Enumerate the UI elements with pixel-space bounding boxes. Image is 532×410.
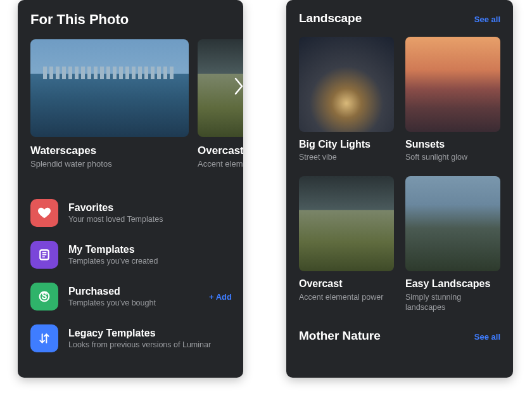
grid-card-title: Easy Landscapes <box>405 278 500 290</box>
menu-item-labels: Purchased Templates you've bought <box>68 286 199 307</box>
menu-item-my-templates[interactable]: My Templates Templates you've created <box>30 241 236 269</box>
see-all-link[interactable]: See all <box>474 332 500 342</box>
menu-item-labels: Favorites Your most loved Templates <box>68 202 236 224</box>
carousel-card[interactable]: Waterscapes Splendid water photos <box>30 39 189 169</box>
template-menu: Favorites Your most loved Templates My T… <box>30 199 243 352</box>
grid-card-title: Sunsets <box>405 138 500 150</box>
grid-card-subtitle: Accent elemental power <box>299 292 394 302</box>
section-header-row: Landscape See all <box>299 11 500 25</box>
section-title: Landscape <box>299 11 362 25</box>
carousel-card-subtitle: Splendid water photos <box>30 159 189 169</box>
grid-card-big-city-lights[interactable]: Big City Lights Street vibe <box>299 37 394 162</box>
landscape-grid: Big City Lights Street vibe Sunsets Soft… <box>299 37 500 312</box>
templates-icon <box>30 241 58 269</box>
grid-card-title: Big City Lights <box>299 138 394 150</box>
menu-item-subtitle: Your most loved Templates <box>68 215 236 224</box>
menu-item-subtitle: Templates you've created <box>68 257 236 266</box>
grid-card-overcast[interactable]: Overcast Accent elemental power <box>299 176 394 312</box>
carousel-card-title: Overcast <box>198 144 243 157</box>
grid-card-subtitle: Simply stunning landscapes <box>405 292 500 313</box>
carousel-next-icon[interactable] <box>234 77 243 99</box>
section-header-row: Mother Nature See all <box>299 329 500 343</box>
carousel-card[interactable]: Overcast Accent elemental <box>198 39 243 169</box>
menu-item-favorites[interactable]: Favorites Your most loved Templates <box>30 199 236 227</box>
heart-icon <box>30 199 58 227</box>
menu-item-title: Favorites <box>68 202 236 214</box>
menu-item-subtitle: Templates you've bought <box>68 298 199 307</box>
thumb-overcast[interactable] <box>299 176 394 271</box>
panel-header: For This Photo <box>30 11 243 28</box>
see-all-link[interactable]: See all <box>474 15 500 24</box>
purchased-icon <box>30 283 58 311</box>
section-title: Mother Nature <box>299 329 381 343</box>
categories-panel: Landscape See all Big City Lights Street… <box>286 0 513 378</box>
menu-item-labels: My Templates Templates you've created <box>68 244 236 266</box>
grid-card-title: Overcast <box>299 278 394 290</box>
thumb-easy-landscapes[interactable] <box>405 176 500 271</box>
carousel-card-title: Waterscapes <box>30 144 189 157</box>
grid-card-subtitle: Street vibe <box>299 152 394 162</box>
menu-item-labels: Legacy Templates Looks from previous ver… <box>68 328 236 349</box>
grid-card-easy-landscapes[interactable]: Easy Landscapes Simply stunning landscap… <box>405 176 500 312</box>
menu-item-title: My Templates <box>68 244 236 255</box>
carousel-card-subtitle: Accent elemental <box>198 159 243 169</box>
menu-item-title: Purchased <box>68 286 199 297</box>
grid-card-subtitle: Soft sunlight glow <box>405 152 500 162</box>
thumb-waterscapes[interactable] <box>30 39 189 137</box>
template-carousel: Waterscapes Splendid water photos Overca… <box>30 39 243 169</box>
menu-item-legacy[interactable]: Legacy Templates Looks from previous ver… <box>30 324 236 352</box>
grid-card-sunsets[interactable]: Sunsets Soft sunlight glow <box>405 37 500 162</box>
thumb-sunsets[interactable] <box>405 37 500 132</box>
thumb-big-city-lights[interactable] <box>299 37 394 132</box>
for-this-photo-panel: For This Photo Waterscapes Splendid wate… <box>18 0 243 378</box>
add-button[interactable]: + Add <box>209 292 232 302</box>
menu-item-purchased[interactable]: Purchased Templates you've bought + Add <box>30 283 236 311</box>
menu-item-title: Legacy Templates <box>68 328 236 339</box>
legacy-icon <box>30 324 58 352</box>
menu-item-subtitle: Looks from previous versions of Luminar <box>68 340 236 349</box>
thumb-overcast[interactable] <box>198 39 243 137</box>
